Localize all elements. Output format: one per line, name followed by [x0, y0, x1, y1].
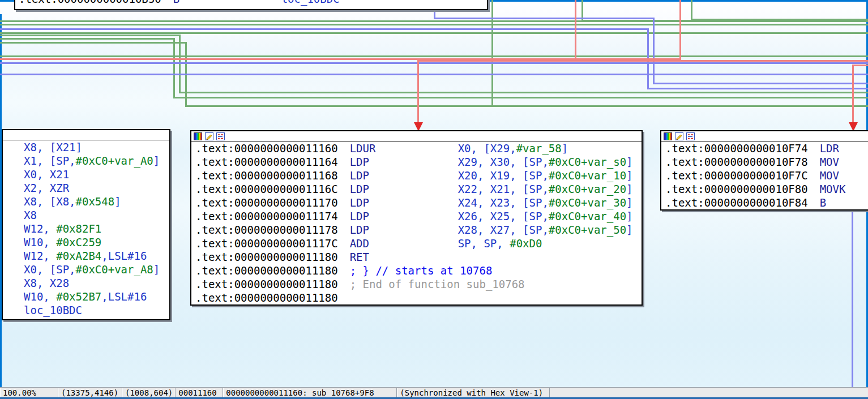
- edge-segment: [173, 97, 868, 98]
- group-icon[interactable]: [686, 132, 695, 141]
- edge-segment: [0, 74, 868, 75]
- edge-segment: [653, 83, 868, 84]
- status-cell: (13375,4146): [58, 388, 122, 397]
- edge-segment: [0, 38, 174, 40]
- status-cell: 00011160: [176, 388, 223, 397]
- edge-segment: [691, 0, 692, 20]
- edge-segment: [0, 28, 648, 30]
- status-bar: 100.00%(13375,4146)(1008,604)00011160000…: [0, 387, 868, 397]
- code-row[interactable]: W12, #0xA2B4,LSL#16: [24, 249, 169, 263]
- code-row[interactable]: .text:0000000000010F84B: [665, 196, 868, 209]
- code-row[interactable]: .text:0000000000011174LDPX26, X25, [SP,#…: [195, 209, 642, 223]
- code-row[interactable]: X8, X28: [24, 276, 169, 290]
- code-row[interactable]: X8, [X8,#0x548]: [24, 195, 169, 208]
- edge-segment: [0, 55, 868, 57]
- color-icon[interactable]: [664, 132, 673, 141]
- code-row[interactable]: W10, #0xC259: [24, 235, 169, 249]
- status-cell: (1008,604): [122, 388, 176, 397]
- edge-segment: [0, 62, 868, 64]
- color-icon[interactable]: [194, 132, 203, 141]
- code-row[interactable]: .text:000000000001117CADDSP, SP, #0xD0: [195, 237, 642, 250]
- code-row[interactable]: .text:0000000000011180RET: [195, 250, 642, 264]
- edge-segment: [852, 65, 868, 66]
- edge-segment: [0, 32, 868, 34]
- code-row[interactable]: W12, #0x82F1: [24, 222, 169, 235]
- status-cell: 100.00%: [0, 388, 58, 397]
- code-row[interactable]: .text:0000000000011180; End of function …: [195, 277, 642, 291]
- code-row[interactable]: .text:0000000000011168LDPX20, X19, [SP,#…: [195, 169, 642, 182]
- edge-segment: [575, 0, 576, 59]
- code-row[interactable]: .text:0000000000010F80MOVK: [665, 182, 868, 196]
- basic-block-left[interactable]: X8, [X21]X1, [SP,#0xC0+var_A0]X0, X21X2,…: [2, 129, 170, 320]
- code-row[interactable]: loc_10BDC: [24, 303, 169, 317]
- edit-icon[interactable]: [675, 132, 684, 141]
- edge-segment: [679, 0, 681, 60]
- status-cell: 0000000000011160: sub_10768+9F8: [223, 388, 397, 397]
- code-row[interactable]: W10, #0x52B7,LSL#16: [24, 290, 169, 303]
- code-row[interactable]: X1, [SP,#0xC0+var_A0]: [24, 154, 169, 168]
- code-row[interactable]: .text:0000000000011160LDURX0, [X29,#var_…: [195, 141, 642, 155]
- edge-segment: [185, 105, 868, 107]
- edge-segment: [417, 60, 868, 62]
- right-node-titlebar: [661, 131, 868, 141]
- left-node-titlebar: [3, 130, 169, 140]
- edge-segment: [852, 65, 854, 123]
- basic-block-right[interactable]: .text:0000000000010F74LDR.text:000000000…: [660, 130, 868, 211]
- code-row[interactable]: .text:0000000000010F74LDR: [665, 141, 868, 155]
- code-row[interactable]: .text:0000000000011180: [195, 291, 642, 304]
- code-row[interactable]: X8, [X21]: [24, 140, 169, 154]
- edge-segment: [434, 18, 655, 19]
- code-row[interactable]: .text:0000000000011180; } // starts at 1…: [195, 264, 642, 277]
- status-cell: (Synchronized with Hex View-1): [397, 388, 550, 397]
- code-row[interactable]: X2, XZR: [24, 181, 169, 195]
- code-row[interactable]: .text:0000000000011164LDPX29, X30, [SP,#…: [195, 155, 642, 169]
- basic-block-top[interactable]: .text:0000000000010B30Bloc_10BDC: [14, 0, 488, 10]
- edge-segment: [417, 60, 419, 123]
- edit-icon[interactable]: [205, 132, 214, 141]
- code-row[interactable]: .text:0000000000010F78MOV: [665, 155, 868, 169]
- group-icon[interactable]: [216, 132, 225, 141]
- code-row[interactable]: .text:0000000000010B30Bloc_10BDC: [19, 0, 487, 6]
- code-row[interactable]: X0, X21: [24, 168, 169, 181]
- code-row[interactable]: .text:0000000000011170LDPX24, X23, [SP,#…: [195, 196, 642, 209]
- graph-view[interactable]: .text:0000000000010B30Bloc_10BDC X8, [X2…: [0, 0, 868, 399]
- code-row[interactable]: X0, [SP,#0xC0+var_A8]: [24, 263, 169, 276]
- code-row[interactable]: X8: [24, 208, 169, 222]
- edge-segment: [647, 88, 868, 89]
- edge-segment: [0, 35, 180, 36]
- edge-segment: [691, 19, 868, 20]
- mid-node-titlebar: [191, 131, 642, 141]
- edge-segment: [179, 92, 868, 93]
- right-code: .text:0000000000010F74LDR.text:000000000…: [661, 141, 868, 209]
- left-code: X8, [X21]X1, [SP,#0xC0+var_A0]X0, X21X2,…: [3, 140, 169, 317]
- edge-segment: [491, 0, 493, 106]
- basic-block-middle[interactable]: .text:0000000000011160LDURX0, [X29,#var_…: [190, 130, 643, 306]
- edge-segment: [852, 212, 853, 387]
- code-row[interactable]: .text:0000000000011178LDPX28, X27, [SP,#…: [195, 223, 642, 237]
- edge-segment: [0, 42, 186, 44]
- edge-segment: [0, 24, 868, 25]
- code-row[interactable]: .text:000000000001116CLDPX22, X21, [SP,#…: [195, 182, 642, 196]
- mid-code: .text:0000000000011160LDURX0, [X29,#var_…: [191, 141, 642, 304]
- code-row[interactable]: .text:0000000000010F7CMOV: [665, 169, 868, 182]
- top-code: .text:0000000000010B30Bloc_10BDC: [15, 0, 487, 6]
- edge-segment: [173, 38, 175, 98]
